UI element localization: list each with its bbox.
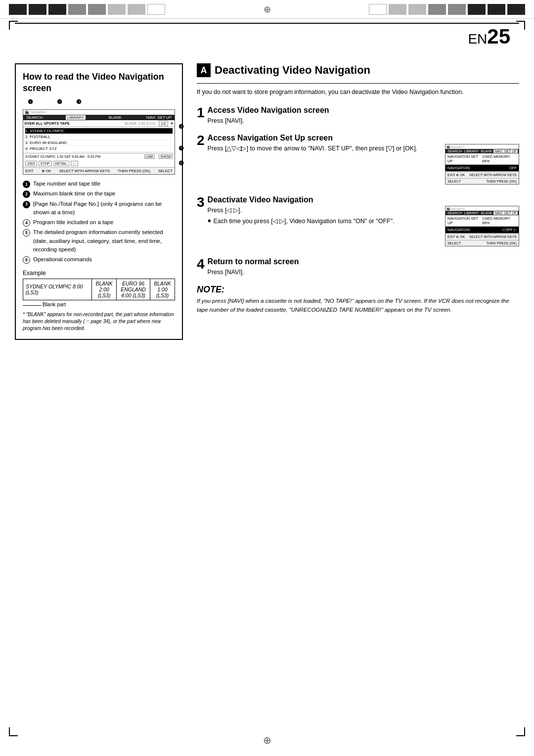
section-title: Deactivating Video Navigation bbox=[215, 64, 370, 77]
left-box-title: How to read the Video Navigation screen bbox=[23, 71, 175, 94]
detail-box-4: --- bbox=[71, 161, 78, 166]
callout-circle-5: 5 bbox=[23, 229, 30, 236]
step2-footer-then: THEN PRESS (OK) bbox=[487, 180, 517, 183]
step3-row-2: NAVIGATION ◁ OFF ▷ bbox=[445, 227, 519, 234]
right-column: A Deactivating Video Navigation If you d… bbox=[197, 34, 519, 340]
step2-row-1-value: USED MEMORY 66% bbox=[482, 154, 517, 163]
top-decorative-bar: ⊕ bbox=[0, 0, 534, 19]
program-3: 3. EURO 96 ENGLAND bbox=[25, 140, 173, 146]
step-1-content: Access Video Navigation screen Press [NA… bbox=[208, 106, 329, 126]
step-2-nav-screen: 🎬 Navigation SEARCH LIBRARY BLANK NAVI. … bbox=[445, 144, 519, 185]
step3-screen-footer: EXIT ⊕ OK SELECT WITH ARROW KEYS bbox=[445, 234, 519, 240]
callout-row-top: ❶ ❷ ❸ bbox=[23, 98, 175, 105]
step2-row-2-label: NAVIGATION bbox=[447, 166, 470, 170]
step-3-bullet: ● Each time you press [◁ ▷], Video Navig… bbox=[208, 217, 435, 226]
bar-block-r8 bbox=[507, 4, 525, 15]
step3-footer-sel-btn: SELECT bbox=[447, 241, 461, 245]
step-4-number: 4 bbox=[197, 257, 205, 271]
step3-footer-exit: EXIT ⊕ OK bbox=[447, 235, 465, 239]
step-4-body: Press [NAVI]. bbox=[208, 268, 299, 277]
tab-library-active: LIBRARY bbox=[66, 115, 86, 120]
step-2: 2 Access Navigation Set Up screen Press … bbox=[197, 134, 519, 188]
detail-info: SYDNEY OLYMPIC 1:30 SAT 9:30 AM - 5:30 P… bbox=[25, 155, 100, 158]
callout-text-5: The detailed program information current… bbox=[33, 228, 175, 254]
step-1-number: 1 bbox=[197, 106, 205, 120]
step-2-body-area: Press [△▽◁▷] to move the arrow to "NAVI.… bbox=[208, 144, 519, 188]
step2-footer-select: SELECT WITH ARROW KEYS bbox=[469, 173, 517, 177]
step2-tab-navi: NAVI. SET UP bbox=[493, 149, 518, 153]
step2-footer-sel-btn: SELECT bbox=[447, 180, 461, 183]
step2-row-1-label: NAVIGATION SET UP bbox=[447, 154, 482, 163]
step3-row-1-label: NAVIGATION SET UP bbox=[447, 216, 482, 225]
footer-then-press: THEN PRESS (OK) bbox=[118, 169, 150, 173]
program-4: 4. PROJECT XYZ bbox=[25, 146, 173, 152]
cell-euro: EURO 96 ENGLAND 4:00 (LS3) bbox=[117, 279, 150, 300]
step3-tab-lib: LIBRARY bbox=[463, 211, 480, 215]
step3-row-1-value: USED MEMORY 66% bbox=[482, 216, 517, 225]
bullet-dot: ● bbox=[208, 217, 212, 226]
step3-row-2-value: ◁ OFF ▷ bbox=[501, 228, 517, 232]
callout-text-6: Operational commands bbox=[33, 255, 92, 264]
step-1: 1 Access Video Navigation screen Press [… bbox=[197, 106, 519, 126]
note-section: NOTE: If you press [NAVI] when a cassett… bbox=[197, 284, 519, 314]
step2-screen-logo: 🎬 Navigation bbox=[445, 144, 519, 149]
step3-row-2-label: NAVIGATION bbox=[447, 228, 470, 232]
show-label: SHOW bbox=[159, 154, 173, 159]
callout-text-4: Program title included on a tape bbox=[33, 218, 113, 227]
step-3-press: Press [◁ ▷]. bbox=[208, 206, 435, 215]
step-2-header: 2 Access Navigation Set Up screen Press … bbox=[197, 134, 519, 188]
example-label: Example bbox=[23, 270, 175, 277]
top-crosshair: ⊕ bbox=[261, 3, 273, 16]
footnote: * "BLANK" appears for non-recorded part,… bbox=[23, 311, 175, 332]
bar-block-3 bbox=[48, 4, 66, 15]
blank-part-label: Blank part bbox=[43, 301, 66, 307]
bar-block-2 bbox=[29, 4, 46, 15]
step-1-header: 1 Access Video Navigation screen Press [… bbox=[197, 106, 519, 126]
step2-row-2: NAVIGATION OFF bbox=[445, 165, 519, 172]
section-divider bbox=[197, 83, 519, 84]
tape-label: OVER ALL SPORTS TAPE bbox=[24, 121, 70, 126]
step-2-title: Access Navigation Set Up screen bbox=[208, 134, 519, 142]
section-header: A Deactivating Video Navigation bbox=[197, 63, 519, 77]
callout-item-4: 4 Program title included on a tape bbox=[23, 218, 175, 227]
callout-item-2: 2 Maximum blank time on the tape bbox=[23, 189, 175, 198]
callout-marker-3: ❸ bbox=[76, 98, 82, 105]
blank-info: BLANK 2:00 (LS3) bbox=[125, 121, 155, 126]
bar-block-6 bbox=[108, 4, 126, 15]
bar-block-r1 bbox=[369, 4, 387, 15]
step2-footer-exit: EXIT ⊕ OK bbox=[447, 173, 465, 177]
bar-block-r4 bbox=[428, 4, 446, 15]
nav-program-list: 1. SYDNEY OLYMPIC 2. FOOTBALL 3. EURO 96… bbox=[23, 127, 175, 153]
step2-screen-footer: EXIT ⊕ OK SELECT WITH ARROW KEYS bbox=[445, 172, 519, 178]
step-3-number: 3 bbox=[197, 195, 205, 209]
callout-circle-1: 1 bbox=[23, 181, 30, 188]
blank-part-line bbox=[23, 305, 42, 306]
cell-sydney: SYDNEY OLYMPIC 8:00 (LS3) bbox=[23, 279, 92, 300]
callout-circle-4: 4 bbox=[23, 219, 30, 227]
step2-row-1: NAVIGATION SET UP USED MEMORY 66% bbox=[445, 153, 519, 165]
footer-select-btn: SELECT bbox=[158, 169, 173, 173]
callout-item-3: 3 [Page No./Total Page No.] (only 4 prog… bbox=[23, 200, 175, 217]
bar-block-1 bbox=[9, 4, 27, 15]
nav-screen: 🎬 Navigation SEARCH LIBRARY BLANK NAVI. … bbox=[23, 109, 175, 175]
footer-select-text: SELECT WITH ARROW KEYS bbox=[59, 169, 110, 173]
callout-circle-6: 6 bbox=[23, 256, 30, 264]
step-4-content: Return to normal screen Press [NAVI]. bbox=[208, 257, 299, 277]
bottom-bar: ⊕ bbox=[0, 734, 534, 746]
program-1-selected: 1. SYDNEY OLYMPIC bbox=[25, 128, 173, 134]
step-4: 4 Return to normal screen Press [NAVI]. bbox=[197, 257, 519, 277]
nav-top-row: OVER ALL SPORTS TAPE BLANK 2:00 (LS3) 1/… bbox=[23, 120, 175, 127]
step3-footer-then: THEN PRESS (OK) bbox=[487, 241, 517, 245]
cell-blank1: BLANK 2:00 (LS3) bbox=[92, 279, 117, 300]
step2-tab-blank: BLANK bbox=[480, 149, 493, 153]
bar-block-r6 bbox=[468, 4, 486, 15]
step-3-bullet-text: Each time you press [◁ ▷], Video Navigat… bbox=[213, 217, 394, 226]
dropdown-arrow: ▼ bbox=[170, 122, 174, 125]
blank-part-container: Blank part bbox=[23, 301, 175, 307]
bottom-crosshair-icon: ⊕ bbox=[263, 734, 271, 746]
top-bar-left-blocks bbox=[9, 4, 261, 15]
corner-mark-tr bbox=[516, 21, 525, 30]
step-3-body-area: Press [◁ ▷]. ● Each time you press [◁ ▷]… bbox=[208, 206, 519, 249]
left-box: How to read the Video Navigation screen … bbox=[15, 63, 183, 340]
page-content: How to read the Video Navigation screen … bbox=[0, 24, 534, 350]
